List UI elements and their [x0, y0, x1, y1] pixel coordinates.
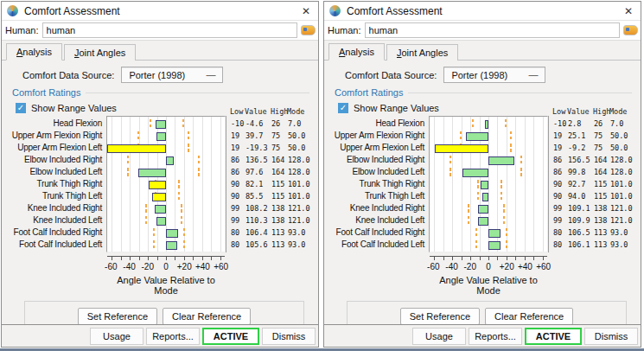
range-marker-icon — [503, 204, 505, 214]
value-cell-high: 164 — [594, 154, 610, 166]
chart-bar — [166, 156, 174, 165]
clear-reference-button[interactable]: Clear Reference — [485, 308, 573, 324]
data-source-dropdown[interactable]: Porter (1998) — — [121, 67, 223, 83]
show-range-checkbox[interactable]: ✓ — [16, 103, 26, 113]
axis-tick-label: +20 — [177, 262, 192, 271]
value-cell-low: 80 — [231, 239, 245, 251]
value-cell-low: 19 — [553, 130, 568, 142]
gridline — [121, 117, 122, 252]
axis-tick-label: +60 — [214, 262, 228, 271]
value-cell-value: 106.1 — [568, 239, 594, 251]
values-header: Low Value High Mode — [226, 107, 312, 116]
value-cell-value: 99.8 — [568, 166, 594, 178]
value-cell-low: 86 — [231, 166, 245, 178]
axis-tick — [175, 257, 175, 260]
value-cell-low: 86 — [231, 154, 245, 166]
comfort-ratings-section: Comfort Ratings — [335, 87, 632, 98]
value-cell-value: 105.6 — [245, 239, 271, 251]
chart-row-label: Trunk Thigh Left — [330, 190, 429, 202]
chart-row-label: Knee Included Left — [330, 214, 429, 227]
reports-button[interactable]: Reports... — [146, 328, 200, 345]
value-cell-low: 90 — [231, 190, 245, 202]
data-source-dropdown[interactable]: Porter (1998) — — [443, 67, 545, 83]
human-input[interactable] — [365, 22, 620, 38]
tab-joint-angles[interactable]: Joint Angles — [386, 44, 458, 61]
chart-bar — [488, 241, 501, 250]
range-marker-icon — [475, 240, 477, 251]
value-row: 1925.17550.0 — [553, 130, 634, 142]
axis-tick-label: -40 — [445, 262, 457, 271]
axis-tick — [434, 257, 435, 260]
range-marker-icon — [510, 144, 512, 154]
value-cell-high: 113 — [271, 239, 288, 251]
comfort-assessment-dialog-right: Comfort Assessment ✕ Human: Analysis Joi… — [323, 1, 641, 348]
gridline — [202, 117, 203, 252]
gridline — [543, 117, 544, 252]
reports-button[interactable]: Reports... — [469, 328, 522, 345]
x-axis-labels: -60-40-200+20+40+60 — [429, 262, 548, 273]
range-marker-icon — [181, 216, 182, 227]
range-marker-icon — [137, 131, 139, 142]
value-cell-high: 138 — [594, 202, 610, 214]
axis-tick-label: -60 — [105, 262, 117, 271]
active-button[interactable]: ACTIVE — [525, 328, 582, 345]
pick-human-icon[interactable] — [623, 25, 638, 35]
axis-tick — [121, 257, 122, 260]
range-marker-icon — [178, 192, 180, 202]
dismiss-button[interactable]: Dismiss — [262, 328, 316, 345]
tab-bar: Analysis Joint Angles — [324, 41, 641, 61]
axis-tick-label: +60 — [536, 262, 551, 271]
chart-row-label: Elbow Included Right — [8, 154, 106, 166]
range-marker-icon — [506, 228, 507, 239]
pick-human-icon[interactable] — [301, 25, 316, 35]
range-marker-icon — [501, 192, 502, 202]
tab-analysis[interactable]: Analysis — [6, 43, 62, 61]
comfort-chart: ✓ Show Range Values Low Value High Mode … — [8, 99, 318, 296]
value-cell-value: 156.5 — [568, 154, 594, 166]
values-header-value: Value — [567, 107, 593, 116]
value-cell-value: 109.9 — [568, 214, 594, 227]
values-header-low: Low — [552, 107, 567, 116]
value-cell-high: 164 — [271, 154, 288, 166]
gridline — [515, 117, 516, 252]
range-marker-icon — [127, 156, 129, 166]
set-reference-button[interactable]: Set Reference — [400, 308, 480, 324]
usage-button[interactable]: Usage — [90, 328, 143, 345]
axis-tick-label: +40 — [195, 262, 210, 271]
value-row: 99109.1138121.0 — [553, 202, 634, 214]
chart-row-label: Foot Calf Included Left — [8, 239, 106, 251]
value-row: 86156.5164128.0 — [553, 154, 634, 166]
set-reference-button[interactable]: Set Reference — [78, 308, 157, 324]
usage-button[interactable]: Usage — [412, 328, 466, 345]
range-marker-icon — [198, 156, 200, 166]
active-button[interactable]: ACTIVE — [202, 328, 259, 345]
dismiss-button[interactable]: Dismiss — [584, 328, 638, 345]
show-range-label: Show Range Values — [31, 103, 117, 113]
value-cell-high: 75 — [594, 142, 610, 154]
value-row: 99110.3138121.0 — [231, 214, 312, 227]
value-cell-value: 85.5 — [245, 190, 271, 202]
app-icon — [329, 5, 341, 16]
human-input[interactable] — [42, 22, 297, 38]
show-range-checkbox[interactable]: ✓ — [338, 103, 348, 113]
value-cell-low: 99 — [553, 214, 568, 227]
tab-analysis[interactable]: Analysis — [328, 43, 385, 61]
data-source-value: Porter (1998) — [451, 70, 507, 80]
range-marker-icon — [150, 119, 151, 130]
clear-reference-button[interactable]: Clear Reference — [163, 308, 251, 324]
value-cell-mode: 128.0 — [610, 166, 634, 178]
value-cell-mode: 128.0 — [288, 166, 311, 178]
axis-tick — [139, 257, 140, 260]
tab-joint-angles-label: Joint Angles — [74, 48, 125, 58]
value-cell-low: 86 — [553, 154, 568, 166]
tab-joint-angles[interactable]: Joint Angles — [64, 44, 136, 61]
close-icon[interactable]: ✕ — [622, 5, 635, 17]
value-row: 86136.5164128.0 — [231, 154, 312, 166]
value-cell-high: 75 — [271, 142, 288, 154]
close-icon[interactable]: ✕ — [299, 5, 313, 17]
axis-tick — [480, 257, 481, 260]
value-cell-high: 164 — [594, 166, 610, 178]
axis-tick — [166, 257, 167, 260]
chart-bar — [435, 144, 488, 153]
value-cell-low: 90 — [231, 178, 245, 190]
